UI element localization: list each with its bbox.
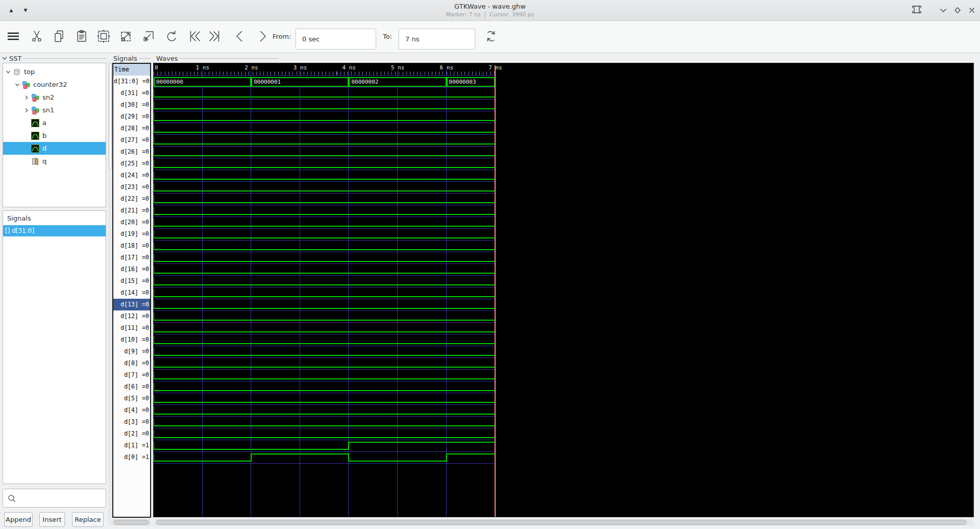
skip-to-start-icon[interactable] <box>188 29 202 43</box>
sst-tree-item-counter32[interactable]: counter32 <box>3 78 106 91</box>
wave-row-bit-15[interactable] <box>154 276 496 287</box>
wave-row-bit-11[interactable] <box>154 323 496 334</box>
wave-row-bit-25[interactable] <box>154 158 496 170</box>
signals-vscroll-thumb[interactable] <box>109 63 112 169</box>
signal-name-row[interactable]: d[8] =0 <box>113 357 150 369</box>
signal-name-row[interactable]: d[12] =0 <box>113 310 150 322</box>
sst-tree-item-b[interactable]: b <box>3 129 106 142</box>
zoom-in-icon[interactable] <box>119 29 133 43</box>
copy-icon[interactable] <box>52 29 66 43</box>
previous-edge-icon[interactable] <box>233 29 247 43</box>
signal-list-item[interactable]: [] d[31:0] <box>3 225 106 236</box>
chevron-right-icon[interactable] <box>23 94 31 101</box>
wave-row-bit-20[interactable] <box>154 217 496 229</box>
wave-row-bit-3[interactable] <box>154 417 496 428</box>
chevron-right-icon[interactable] <box>23 107 31 113</box>
signal-name-row[interactable]: d[11] =0 <box>113 322 150 334</box>
signal-name-row[interactable]: d[24] =0 <box>113 170 150 181</box>
reload-icon[interactable] <box>484 29 498 43</box>
wave-row-bit-2[interactable] <box>154 428 496 440</box>
wave-row-bit-27[interactable] <box>154 135 496 147</box>
signal-search-box[interactable] <box>3 489 106 508</box>
signals-hscroll-thumb[interactable] <box>113 520 149 525</box>
signal-name-row[interactable]: d[9] =0 <box>113 346 150 357</box>
sst-tree[interactable]: topcounter32sn2sn1abdq <box>3 63 106 207</box>
signal-name-row[interactable]: d[20] =0 <box>113 217 150 228</box>
signal-name-row[interactable]: d[13] =0 <box>113 299 150 310</box>
signal-name-row[interactable]: d[30] =0 <box>113 99 150 111</box>
wave-row-bit-5[interactable] <box>154 393 496 405</box>
wave-row-bit-8[interactable] <box>154 358 496 370</box>
signal-name-row[interactable]: d[0] =1 <box>113 451 150 463</box>
skip-to-end-icon[interactable] <box>207 29 222 43</box>
signal-name-row[interactable]: d[6] =0 <box>113 381 150 393</box>
wave-row-bit-14[interactable] <box>154 287 496 299</box>
fullscreen-icon[interactable] <box>911 4 923 16</box>
chevron-down-icon[interactable] <box>2 55 9 61</box>
wave-row-bit-26[interactable] <box>154 147 496 158</box>
next-edge-icon[interactable] <box>255 29 270 43</box>
wave-row-bit-30[interactable] <box>154 100 496 111</box>
sst-tree-item-sn1[interactable]: sn1 <box>3 104 106 116</box>
sst-tree-item-d[interactable]: d <box>3 142 106 155</box>
waves-canvas[interactable]: 01 ns2 ns3 ns4 ns5 ns6 ns7 ns00000000000… <box>153 63 974 517</box>
waves-hscroll-thumb[interactable] <box>156 520 967 525</box>
search-input[interactable] <box>16 490 106 507</box>
sst-tree-item-sn2[interactable]: sn2 <box>3 91 106 104</box>
signal-name-row[interactable]: d[5] =0 <box>113 393 150 404</box>
zoom-fit-icon[interactable] <box>96 29 111 43</box>
waves-horizontal-scrollbar[interactable] <box>153 519 974 526</box>
wave-row-bit-23[interactable] <box>154 182 496 194</box>
signal-name-row[interactable]: d[17] =0 <box>113 252 150 263</box>
signal-name-row[interactable]: d[26] =0 <box>113 146 150 158</box>
wave-row-bit-17[interactable] <box>154 252 496 264</box>
signal-name-row[interactable]: d[15] =0 <box>113 275 150 287</box>
from-input[interactable] <box>296 29 376 50</box>
wave-row-bit-0[interactable] <box>154 452 496 464</box>
to-input[interactable] <box>399 29 475 50</box>
signals-horizontal-scrollbar[interactable] <box>109 519 151 526</box>
wave-row-bit-22[interactable] <box>154 194 496 205</box>
wave-row-bit-12[interactable] <box>154 311 496 323</box>
wave-row-bit-29[interactable] <box>154 111 496 123</box>
wave-row-bit-18[interactable] <box>154 241 496 252</box>
signal-name-row[interactable]: d[4] =0 <box>113 404 150 416</box>
signal-name-row[interactable]: d[25] =0 <box>113 158 150 170</box>
signal-search-list[interactable]: [] d[31:0] <box>3 225 106 236</box>
sst-tree-item-q[interactable]: q <box>3 155 106 167</box>
wave-row-bit-10[interactable] <box>154 334 496 346</box>
signal-name-row[interactable]: d[22] =0 <box>113 193 150 205</box>
signal-name-row[interactable]: d[19] =0 <box>113 228 150 240</box>
wave-row-bit-21[interactable] <box>154 205 496 217</box>
signal-name-row[interactable]: d[10] =0 <box>113 334 150 346</box>
signals-vertical-scrollbar[interactable] <box>108 63 112 518</box>
close-icon[interactable] <box>966 4 978 16</box>
wave-row-bit-9[interactable] <box>154 346 496 358</box>
minimize-icon[interactable] <box>937 4 949 16</box>
signal-name-row[interactable]: d[2] =0 <box>113 428 150 440</box>
signal-name-row[interactable]: d[14] =0 <box>113 287 150 299</box>
wave-row-bit-24[interactable] <box>154 170 496 182</box>
menu-icon[interactable] <box>6 29 20 43</box>
signal-names-panel[interactable]: Time d[31:0] =0d[31] =0d[30] =0d[29] =0d… <box>112 63 151 518</box>
wave-row-bit-1[interactable] <box>154 440 496 452</box>
paste-icon[interactable] <box>75 29 89 43</box>
chevron-down-icon[interactable] <box>14 82 22 88</box>
wave-row-bit-19[interactable] <box>154 229 496 241</box>
replace-button[interactable]: Replace <box>72 512 104 527</box>
maximize-icon[interactable] <box>951 4 964 16</box>
signal-name-row[interactable]: d[3] =0 <box>113 416 150 428</box>
signal-name-row[interactable]: d[21] =0 <box>113 205 150 217</box>
signal-name-row[interactable]: d[31] =0 <box>113 87 150 99</box>
wave-row-bit-4[interactable] <box>154 405 496 417</box>
signal-name-row[interactable]: d[27] =0 <box>113 134 150 146</box>
wave-row-bit-31[interactable] <box>154 88 496 100</box>
sst-tree-item-top[interactable]: top <box>3 65 106 78</box>
signal-name-row[interactable]: d[29] =0 <box>113 111 150 123</box>
undo-icon[interactable] <box>164 29 178 43</box>
zoom-out-icon[interactable] <box>141 29 156 43</box>
wave-row-bit-28[interactable] <box>154 123 496 135</box>
wave-row-bit-6[interactable] <box>154 381 496 393</box>
wave-row-bit-13[interactable] <box>154 299 496 311</box>
signal-name-row[interactable]: d[28] =0 <box>113 123 150 134</box>
